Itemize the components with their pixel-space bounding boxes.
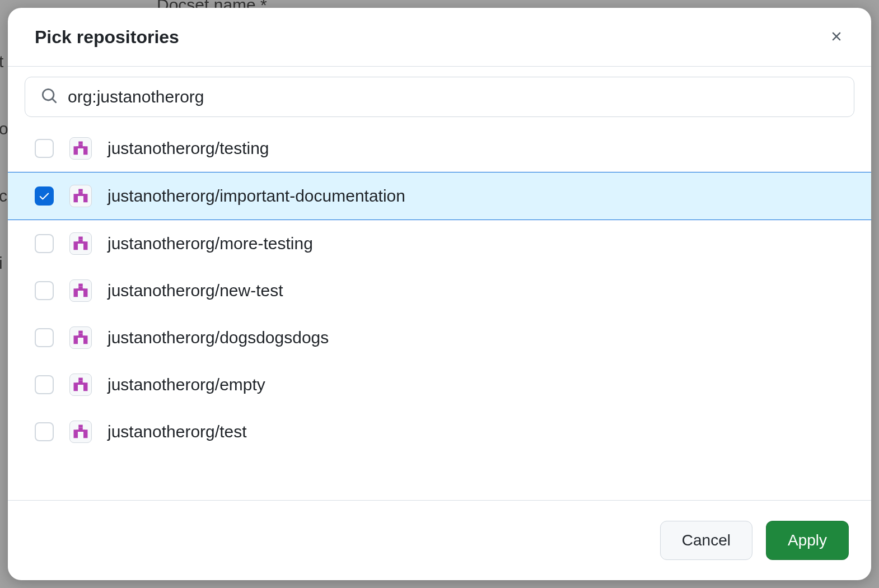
repo-name-label: justanotherorg/testing: [107, 139, 269, 158]
repo-name-label: justanotherorg/important-documentation: [107, 186, 405, 206]
repo-row[interactable]: justanotherorg/empty: [8, 361, 871, 408]
modal-header: Pick repositories: [8, 8, 871, 67]
org-avatar-icon: [69, 232, 92, 255]
svg-rect-9: [77, 194, 85, 196]
svg-rect-29: [77, 382, 85, 385]
repo-checkbox[interactable]: [35, 375, 54, 394]
search-box[interactable]: [25, 77, 854, 117]
svg-rect-24: [77, 335, 85, 338]
modal-footer: Cancel Apply: [8, 500, 871, 580]
repo-row[interactable]: justanotherorg/test: [8, 408, 871, 455]
cancel-button[interactable]: Cancel: [660, 521, 752, 560]
close-button[interactable]: [824, 25, 849, 49]
repo-name-label: justanotherorg/new-test: [107, 281, 283, 300]
repo-checkbox[interactable]: [35, 328, 54, 347]
repo-row[interactable]: justanotherorg/more-testing: [8, 220, 871, 267]
repo-checkbox[interactable]: [35, 186, 54, 206]
repo-row[interactable]: justanotherorg/new-test: [8, 267, 871, 314]
org-avatar-icon: [69, 185, 92, 207]
svg-rect-20: [78, 331, 83, 334]
org-avatar-icon: [69, 326, 92, 349]
svg-rect-15: [78, 284, 83, 287]
svg-rect-10: [78, 237, 83, 240]
repo-checkbox[interactable]: [35, 281, 54, 300]
repo-row[interactable]: justanotherorg/dogsdogsdogs: [8, 314, 871, 361]
repo-name-label: justanotherorg/test: [107, 422, 246, 441]
svg-rect-14: [77, 241, 85, 244]
svg-rect-25: [78, 378, 83, 381]
org-avatar-icon: [69, 374, 92, 396]
repo-name-label: justanotherorg/empty: [107, 375, 265, 394]
repo-checkbox[interactable]: [35, 234, 54, 253]
repo-checkbox[interactable]: [35, 422, 54, 441]
org-avatar-icon: [69, 421, 92, 443]
svg-rect-30: [78, 425, 83, 428]
pick-repositories-modal: Pick repositories justanotherorg/testing…: [8, 8, 871, 580]
svg-rect-4: [77, 146, 85, 148]
repo-checkbox[interactable]: [35, 139, 54, 158]
org-avatar-icon: [69, 279, 92, 302]
svg-rect-34: [77, 430, 85, 432]
search-container: [8, 67, 871, 125]
search-icon: [41, 87, 58, 106]
apply-button[interactable]: Apply: [766, 521, 849, 560]
repository-list: justanotherorg/testingjustanotherorg/imp…: [8, 125, 871, 500]
svg-rect-5: [78, 189, 83, 192]
repo-row[interactable]: justanotherorg/testing: [8, 125, 871, 172]
modal-title: Pick repositories: [35, 27, 179, 48]
search-input[interactable]: [68, 87, 838, 106]
svg-rect-0: [78, 142, 83, 144]
org-avatar-icon: [69, 137, 92, 160]
repo-name-label: justanotherorg/more-testing: [107, 234, 313, 253]
svg-rect-19: [77, 288, 85, 291]
background-side-text: toci: [0, 28, 8, 297]
close-icon: [829, 29, 844, 45]
repo-row[interactable]: justanotherorg/important-documentation: [8, 172, 871, 220]
repo-name-label: justanotherorg/dogsdogsdogs: [107, 328, 329, 347]
